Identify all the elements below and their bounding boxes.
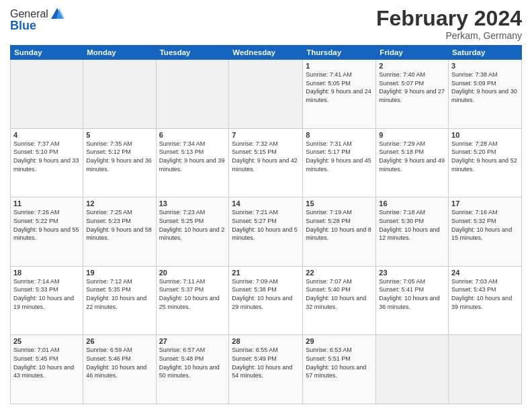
header-tuesday: Tuesday	[156, 46, 229, 60]
day-detail: Sunrise: 7:40 AMSunset: 5:07 PMDaylight:…	[379, 71, 445, 103]
calendar-cell: 21Sunrise: 7:09 AMSunset: 5:38 PMDayligh…	[229, 266, 303, 335]
calendar-cell: 22Sunrise: 7:07 AMSunset: 5:40 PMDayligh…	[303, 266, 376, 335]
calendar-cell: 29Sunrise: 6:53 AMSunset: 5:51 PMDayligh…	[303, 335, 376, 404]
day-detail: Sunrise: 7:26 AMSunset: 5:22 PMDaylight:…	[13, 209, 79, 241]
calendar-cell: 15Sunrise: 7:19 AMSunset: 5:28 PMDayligh…	[303, 197, 376, 267]
day-detail: Sunrise: 7:19 AMSunset: 5:28 PMDaylight:…	[306, 209, 371, 241]
calendar-cell: 1Sunrise: 7:41 AMSunset: 5:05 PMDaylight…	[303, 60, 376, 129]
calendar-cell	[83, 60, 156, 129]
calendar-cell: 17Sunrise: 7:16 AMSunset: 5:32 PMDayligh…	[449, 197, 522, 267]
day-detail: Sunrise: 6:55 AMSunset: 5:49 PMDaylight:…	[232, 347, 292, 379]
calendar-week-row: 11Sunrise: 7:26 AMSunset: 5:22 PMDayligh…	[11, 197, 522, 267]
calendar-body: 1Sunrise: 7:41 AMSunset: 5:05 PMDaylight…	[11, 60, 522, 404]
calendar-title: February 2024	[376, 7, 522, 30]
day-detail: Sunrise: 7:14 AMSunset: 5:33 PMDaylight:…	[13, 278, 74, 310]
day-number: 19	[86, 269, 152, 277]
day-detail: Sunrise: 7:09 AMSunset: 5:38 PMDaylight:…	[232, 278, 292, 310]
calendar-cell: 28Sunrise: 6:55 AMSunset: 5:49 PMDayligh…	[229, 335, 303, 404]
calendar-cell: 18Sunrise: 7:14 AMSunset: 5:33 PMDayligh…	[11, 266, 83, 335]
calendar-cell: 11Sunrise: 7:26 AMSunset: 5:22 PMDayligh…	[11, 197, 83, 267]
logo-icon	[50, 7, 64, 21]
calendar-cell: 24Sunrise: 7:03 AMSunset: 5:43 PMDayligh…	[449, 266, 522, 335]
day-number: 5	[86, 131, 152, 139]
day-detail: Sunrise: 7:37 AMSunset: 5:10 PMDaylight:…	[13, 140, 79, 173]
day-number: 13	[159, 199, 226, 208]
day-number: 26	[86, 337, 152, 345]
calendar-week-row: 18Sunrise: 7:14 AMSunset: 5:33 PMDayligh…	[11, 266, 522, 335]
calendar-week-row: 25Sunrise: 7:01 AMSunset: 5:45 PMDayligh…	[11, 335, 522, 404]
calendar-cell: 4Sunrise: 7:37 AMSunset: 5:10 PMDaylight…	[11, 128, 83, 197]
calendar-cell: 25Sunrise: 7:01 AMSunset: 5:45 PMDayligh…	[11, 335, 83, 404]
calendar-subtitle: Perkam, Germany	[376, 30, 522, 41]
day-number: 3	[451, 62, 519, 70]
day-detail: Sunrise: 6:53 AMSunset: 5:51 PMDaylight:…	[306, 347, 366, 379]
calendar-cell: 27Sunrise: 6:57 AMSunset: 5:48 PMDayligh…	[156, 335, 229, 404]
day-number: 22	[306, 269, 373, 277]
calendar-cell: 26Sunrise: 6:59 AMSunset: 5:46 PMDayligh…	[83, 335, 156, 404]
day-detail: Sunrise: 7:21 AMSunset: 5:27 PMDaylight:…	[232, 209, 298, 241]
header-sunday: Sunday	[11, 46, 83, 60]
day-number: 15	[306, 199, 373, 208]
header-thursday: Thursday	[303, 46, 376, 60]
logo: General Blue	[10, 7, 64, 33]
header-saturday: Saturday	[449, 46, 522, 60]
calendar-cell: 13Sunrise: 7:23 AMSunset: 5:25 PMDayligh…	[156, 197, 229, 267]
calendar-cell: 5Sunrise: 7:35 AMSunset: 5:12 PMDaylight…	[83, 128, 156, 197]
calendar-table: Sunday Monday Tuesday Wednesday Thursday…	[10, 45, 522, 404]
day-number: 16	[379, 199, 445, 208]
calendar-cell: 14Sunrise: 7:21 AMSunset: 5:27 PMDayligh…	[229, 197, 303, 267]
day-number: 9	[379, 131, 445, 139]
day-number: 18	[13, 269, 80, 277]
calendar-cell: 7Sunrise: 7:32 AMSunset: 5:15 PMDaylight…	[229, 128, 303, 197]
calendar-cell	[376, 335, 449, 404]
day-detail: Sunrise: 7:34 AMSunset: 5:13 PMDaylight:…	[159, 140, 225, 173]
day-detail: Sunrise: 7:03 AMSunset: 5:43 PMDaylight:…	[451, 278, 512, 310]
calendar-cell: 19Sunrise: 7:12 AMSunset: 5:35 PMDayligh…	[83, 266, 156, 335]
header-wednesday: Wednesday	[229, 46, 303, 60]
day-detail: Sunrise: 7:38 AMSunset: 5:09 PMDaylight:…	[451, 71, 517, 103]
day-number: 17	[451, 199, 519, 208]
day-detail: Sunrise: 7:41 AMSunset: 5:05 PMDaylight:…	[306, 71, 371, 103]
day-number: 8	[306, 131, 373, 139]
calendar-page: General Blue February 2024 Perkam, Germa…	[0, 0, 532, 411]
calendar-cell: 10Sunrise: 7:28 AMSunset: 5:20 PMDayligh…	[449, 128, 522, 197]
day-number: 11	[13, 199, 80, 208]
calendar-cell: 6Sunrise: 7:34 AMSunset: 5:13 PMDaylight…	[156, 128, 229, 197]
calendar-cell: 9Sunrise: 7:29 AMSunset: 5:18 PMDaylight…	[376, 128, 449, 197]
calendar-cell: 3Sunrise: 7:38 AMSunset: 5:09 PMDaylight…	[449, 60, 522, 129]
day-number: 4	[13, 131, 80, 139]
header: General Blue February 2024 Perkam, Germa…	[10, 7, 522, 41]
day-detail: Sunrise: 6:57 AMSunset: 5:48 PMDaylight:…	[159, 347, 220, 379]
day-detail: Sunrise: 7:32 AMSunset: 5:15 PMDaylight:…	[232, 140, 298, 173]
header-monday: Monday	[83, 46, 156, 60]
title-block: February 2024 Perkam, Germany	[376, 7, 522, 41]
calendar-week-row: 1Sunrise: 7:41 AMSunset: 5:05 PMDaylight…	[11, 60, 522, 129]
weekday-header-row: Sunday Monday Tuesday Wednesday Thursday…	[11, 46, 522, 60]
day-number: 23	[379, 269, 445, 277]
day-number: 24	[451, 269, 519, 277]
day-detail: Sunrise: 7:23 AMSunset: 5:25 PMDaylight:…	[159, 209, 225, 241]
day-number: 25	[13, 337, 80, 345]
calendar-cell: 16Sunrise: 7:18 AMSunset: 5:30 PMDayligh…	[376, 197, 449, 267]
calendar-cell	[156, 60, 229, 129]
day-detail: Sunrise: 7:29 AMSunset: 5:18 PMDaylight:…	[379, 140, 445, 173]
day-number: 6	[159, 131, 226, 139]
day-detail: Sunrise: 7:25 AMSunset: 5:23 PMDaylight:…	[86, 209, 152, 241]
calendar-cell: 12Sunrise: 7:25 AMSunset: 5:23 PMDayligh…	[83, 197, 156, 267]
day-detail: Sunrise: 6:59 AMSunset: 5:46 PMDaylight:…	[86, 347, 146, 379]
calendar-cell: 8Sunrise: 7:31 AMSunset: 5:17 PMDaylight…	[303, 128, 376, 197]
day-detail: Sunrise: 7:31 AMSunset: 5:17 PMDaylight:…	[306, 140, 371, 173]
calendar-cell	[11, 60, 83, 129]
day-detail: Sunrise: 7:07 AMSunset: 5:40 PMDaylight:…	[306, 278, 366, 310]
day-detail: Sunrise: 7:05 AMSunset: 5:41 PMDaylight:…	[379, 278, 439, 310]
calendar-cell: 23Sunrise: 7:05 AMSunset: 5:41 PMDayligh…	[376, 266, 449, 335]
calendar-cell: 20Sunrise: 7:11 AMSunset: 5:37 PMDayligh…	[156, 266, 229, 335]
calendar-cell	[449, 335, 522, 404]
calendar-cell	[229, 60, 303, 129]
day-detail: Sunrise: 7:16 AMSunset: 5:32 PMDaylight:…	[451, 209, 512, 241]
day-number: 28	[232, 337, 300, 345]
day-number: 20	[159, 269, 226, 277]
day-detail: Sunrise: 7:01 AMSunset: 5:45 PMDaylight:…	[13, 347, 74, 379]
day-detail: Sunrise: 7:18 AMSunset: 5:30 PMDaylight:…	[379, 209, 439, 241]
day-number: 1	[306, 62, 373, 70]
